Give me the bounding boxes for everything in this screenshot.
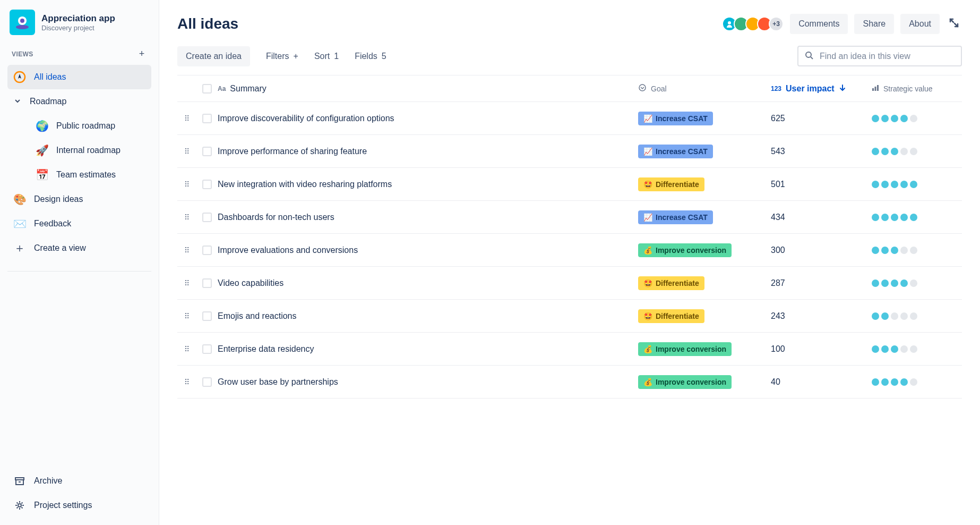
drag-handle-icon[interactable]: ⠿ [177,378,196,386]
user-impact-cell[interactable]: 300 [771,245,872,255]
sidebar-item-feedback[interactable]: ✉️ Feedback [7,211,151,236]
goal-cell[interactable]: 📈Increase CSAT [638,145,771,158]
user-impact-cell[interactable]: 543 [771,147,872,156]
strategic-value-cell[interactable] [872,214,962,221]
goal-cell[interactable]: 💰Improve conversion [638,375,771,389]
rating-dot [872,378,879,386]
column-header-user-impact[interactable]: 123 User impact [771,84,872,94]
drag-handle-icon[interactable]: ⠿ [177,213,196,222]
create-idea-button[interactable]: Create an idea [177,46,250,66]
goal-cell[interactable]: 💰Improve conversion [638,342,771,356]
summary-cell[interactable]: Enterprise data residency [218,344,638,354]
avatar-stack[interactable]: +3 [722,16,784,31]
add-view-icon[interactable]: + [136,49,147,60]
share-button[interactable]: Share [854,14,894,34]
drag-handle-icon[interactable]: ⠿ [177,312,196,320]
sidebar-item-team-estimates[interactable]: 📅 Team estimates [7,163,151,187]
sidebar-item-project-settings[interactable]: Project settings [7,493,151,518]
row-checkbox[interactable] [202,114,212,123]
sidebar-item-all-ideas[interactable]: All ideas [7,65,151,89]
goal-cell[interactable]: 🤩Differentiate [638,309,771,323]
row-checkbox[interactable] [202,147,212,156]
summary-cell[interactable]: New integration with video resharing pla… [218,180,638,189]
summary-cell[interactable]: Dashboards for non-tech users [218,213,638,222]
project-header[interactable]: Appreciation app Discovery project [7,10,151,35]
table-row[interactable]: ⠿New integration with video resharing pl… [177,168,962,201]
drag-handle-icon[interactable]: ⠿ [177,246,196,255]
svg-marker-4 [18,74,21,79]
column-header-strategic-value[interactable]: Strategic value [872,84,962,93]
goal-cell[interactable]: 💰Improve conversion [638,243,771,257]
drag-handle-icon[interactable]: ⠿ [177,114,196,123]
rating-dot [910,115,917,122]
sidebar-item-public-roadmap[interactable]: 🌍 Public roadmap [7,114,151,138]
expand-icon[interactable] [946,15,962,33]
user-impact-cell[interactable]: 434 [771,213,872,222]
user-impact-cell[interactable]: 287 [771,278,872,288]
strategic-value-cell[interactable] [872,378,962,386]
strategic-value-cell[interactable] [872,181,962,188]
summary-cell[interactable]: Grow user base by partnerships [218,377,638,387]
sidebar-item-archive[interactable]: Archive [7,469,151,493]
column-header-summary[interactable]: Aa Summary [218,84,638,94]
goal-cell[interactable]: 🤩Differentiate [638,276,771,290]
sidebar-item-design-ideas[interactable]: 🎨 Design ideas [7,187,151,211]
filters-button[interactable]: Filters + [266,52,298,61]
user-impact-cell[interactable]: 40 [771,377,872,387]
goal-cell[interactable]: 🤩Differentiate [638,177,771,191]
goal-tag: 💰Improve conversion [638,342,732,356]
column-label: Strategic value [883,84,933,93]
strategic-value-cell[interactable] [872,148,962,155]
summary-cell[interactable]: Emojis and reactions [218,311,638,321]
row-checkbox[interactable] [202,213,212,222]
drag-handle-icon[interactable]: ⠿ [177,279,196,287]
fields-button[interactable]: Fields 5 [355,52,386,61]
row-checkbox[interactable] [202,180,212,189]
table-row[interactable]: ⠿Emojis and reactions🤩Differentiate243 [177,300,962,333]
drag-handle-icon[interactable]: ⠿ [177,345,196,353]
drag-handle-icon[interactable]: ⠿ [177,180,196,189]
row-checkbox[interactable] [202,311,212,321]
text-icon: Aa [218,85,226,92]
strategic-value-cell[interactable] [872,312,962,320]
row-checkbox[interactable] [202,278,212,288]
goal-cell[interactable]: 📈Increase CSAT [638,112,771,125]
rating-dot [881,247,889,254]
column-header-goal[interactable]: Goal [638,83,771,94]
strategic-value-cell[interactable] [872,115,962,122]
user-impact-cell[interactable]: 501 [771,180,872,189]
summary-cell[interactable]: Improve evaluations and conversions [218,245,638,255]
table-row[interactable]: ⠿Improve evaluations and conversions💰Imp… [177,234,962,267]
table-row[interactable]: ⠿Dashboards for non-tech users📈Increase … [177,201,962,234]
user-impact-cell[interactable]: 100 [771,344,872,354]
row-checkbox[interactable] [202,245,212,255]
search-input[interactable] [820,52,955,61]
about-button[interactable]: About [900,14,940,34]
drag-handle-icon[interactable]: ⠿ [177,147,196,156]
search-box[interactable] [797,46,962,66]
avatar-more[interactable]: +3 [769,16,784,31]
table-row[interactable]: ⠿Video capabilities🤩Differentiate287 [177,267,962,300]
svg-point-8 [18,504,21,507]
strategic-value-cell[interactable] [872,280,962,287]
row-checkbox[interactable] [202,344,212,354]
table-row[interactable]: ⠿Improve performance of sharing feature📈… [177,135,962,168]
sidebar-item-internal-roadmap[interactable]: 🚀 Internal roadmap [7,138,151,163]
row-checkbox[interactable] [202,377,212,387]
user-impact-cell[interactable]: 625 [771,114,872,123]
table-row[interactable]: ⠿Enterprise data residency💰Improve conve… [177,333,962,366]
strategic-value-cell[interactable] [872,247,962,254]
table-row[interactable]: ⠿Improve discoverability of configuratio… [177,102,962,135]
summary-cell[interactable]: Improve performance of sharing feature [218,147,638,156]
sidebar-item-roadmap[interactable]: Roadmap [7,89,151,114]
table-row[interactable]: ⠿Grow user base by partnerships💰Improve … [177,366,962,399]
user-impact-cell[interactable]: 243 [771,311,872,321]
summary-cell[interactable]: Video capabilities [218,278,638,288]
goal-cell[interactable]: 📈Increase CSAT [638,210,771,224]
sidebar-item-create-view[interactable]: ＋ Create a view [7,236,151,260]
select-all-checkbox[interactable] [202,84,212,94]
summary-cell[interactable]: Improve discoverability of configuration… [218,114,638,123]
sort-button[interactable]: Sort 1 [314,52,339,61]
strategic-value-cell[interactable] [872,345,962,353]
comments-button[interactable]: Comments [790,14,848,34]
